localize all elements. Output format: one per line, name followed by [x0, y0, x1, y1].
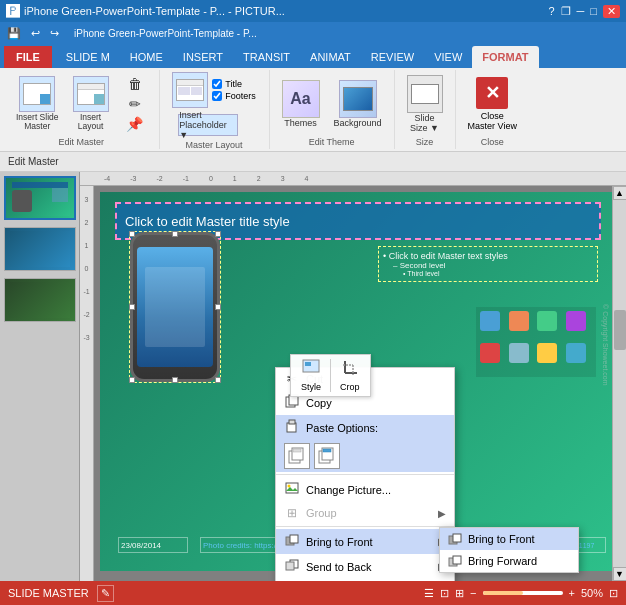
- delete-icon: 🗑: [128, 77, 142, 91]
- tab-insert[interactable]: INSERT: [173, 46, 233, 68]
- view-sorter-icon[interactable]: ⊞: [455, 587, 464, 600]
- change-picture-label: Change Picture...: [306, 484, 391, 496]
- rename-button[interactable]: ✏: [117, 95, 153, 113]
- zoom-out-icon[interactable]: −: [470, 587, 476, 599]
- footers-checkbox[interactable]: [212, 91, 222, 101]
- slide-size-button[interactable]: SlideSize ▼: [401, 73, 449, 135]
- ribbon-group-size: SlideSize ▼ Size: [395, 70, 456, 149]
- svg-rect-25: [286, 562, 294, 570]
- background-button[interactable]: Background: [328, 78, 388, 130]
- style-toolbar-button[interactable]: Style: [295, 357, 327, 394]
- send-to-back-icon: [284, 558, 300, 575]
- handle-bm[interactable]: [172, 377, 178, 383]
- tab-home[interactable]: HOME: [120, 46, 173, 68]
- close-master-view-button[interactable]: ✕ CloseMaster View: [462, 75, 523, 133]
- paste-icon: [284, 419, 300, 436]
- tab-animat[interactable]: ANIMAT: [300, 46, 361, 68]
- svg-rect-19: [290, 535, 298, 543]
- handle-mr[interactable]: [215, 304, 221, 310]
- paste-options-label-row: Paste Options:: [276, 415, 454, 440]
- undo-button[interactable]: ↩: [28, 26, 43, 41]
- ribbon-group-edit-theme: Aa Themes Background Edit Theme: [270, 70, 395, 149]
- slide-title-text: Click to edit Master title style: [125, 214, 290, 229]
- date-footer-box[interactable]: 23/08/2014: [118, 537, 188, 553]
- tab-transit[interactable]: TRANSIT: [233, 46, 300, 68]
- scroll-up-button[interactable]: ▲: [613, 186, 627, 200]
- zoom-value: 50%: [581, 587, 603, 599]
- insert-layout-button[interactable]: InsertLayout: [67, 74, 115, 134]
- close-button[interactable]: ✕: [603, 5, 620, 18]
- insert-layout-label: InsertLayout: [78, 113, 104, 132]
- close-master-view-label: CloseMaster View: [468, 111, 517, 131]
- context-menu: ✂ Cut Copy: [275, 367, 455, 581]
- title-bar-controls[interactable]: ? ❐ ─ □ ✕: [548, 5, 620, 18]
- phone-image[interactable]: [130, 232, 220, 382]
- second-level: – Second level: [383, 261, 593, 270]
- change-picture-icon: [284, 481, 300, 498]
- edit-normal-icon[interactable]: ✎: [97, 585, 114, 602]
- title-checkbox[interactable]: [212, 79, 222, 89]
- handle-tr[interactable]: [215, 231, 221, 237]
- redo-button[interactable]: ↪: [47, 26, 62, 41]
- slide-thumbnail-1[interactable]: [4, 176, 76, 220]
- master-text-box[interactable]: • Click to edit Master text styles – Sec…: [378, 246, 598, 282]
- handle-ml[interactable]: [129, 304, 135, 310]
- maximize-button[interactable]: □: [590, 5, 597, 18]
- handle-bl[interactable]: [129, 377, 135, 383]
- bring-to-front-submenu: Bring to Front Bring Forward: [439, 527, 579, 573]
- crop-icon: [341, 359, 359, 382]
- background-icon: [339, 80, 377, 118]
- group-menu-item[interactable]: ⊞ Group ▶: [276, 502, 454, 524]
- view-slide-icon[interactable]: ⊡: [440, 587, 449, 600]
- insert-placeholder-button[interactable]: InsertPlaceholder ▼: [172, 112, 244, 138]
- themes-icon: Aa: [282, 80, 320, 118]
- scroll-thumb[interactable]: [614, 310, 626, 350]
- slide-2-container: 2: [2, 227, 77, 271]
- bring-to-front-menu-item[interactable]: Bring to Front ▶ Bring to Front: [276, 529, 454, 554]
- ruler-top: -4-3-2-101234: [80, 172, 626, 186]
- submenu-bring-forward[interactable]: Bring Forward: [440, 550, 578, 572]
- zoom-slider[interactable]: [483, 591, 563, 595]
- insert-slide-master-button[interactable]: Insert SlideMaster: [10, 74, 65, 134]
- themes-button[interactable]: Aa Themes: [276, 78, 326, 130]
- change-picture-menu-item[interactable]: Change Picture...: [276, 477, 454, 502]
- preserve-button[interactable]: 📌: [117, 115, 153, 133]
- submenu-bring-to-front[interactable]: Bring to Front: [440, 528, 578, 550]
- send-to-back-menu-item[interactable]: Send to Back ▶: [276, 554, 454, 579]
- save-quick-button[interactable]: 💾: [4, 26, 24, 41]
- zoom-in-icon[interactable]: +: [569, 587, 575, 599]
- view-normal-icon[interactable]: ☰: [424, 587, 434, 600]
- help-button[interactable]: ?: [548, 5, 554, 18]
- ribbon-group-close: ✕ CloseMaster View Close: [456, 70, 529, 149]
- crop-toolbar-button[interactable]: Crop: [334, 357, 366, 394]
- paste-use-theme-button[interactable]: [314, 443, 340, 469]
- paste-options-row: [276, 440, 454, 472]
- copy-label: Copy: [306, 397, 332, 409]
- scroll-down-button[interactable]: ▼: [613, 567, 627, 581]
- master-layout-group-label: Master Layout: [186, 140, 243, 150]
- submenu-bring-forward-label: Bring Forward: [468, 555, 537, 567]
- delete-button[interactable]: 🗑: [117, 75, 153, 93]
- tab-format[interactable]: FORMAT: [472, 46, 538, 68]
- tab-slide-m[interactable]: SLIDE M: [56, 46, 120, 68]
- themes-label: Themes: [284, 118, 317, 128]
- slide-thumbnail-2[interactable]: [4, 227, 76, 271]
- slide-thumbnail-3[interactable]: [4, 278, 76, 322]
- minimize-button[interactable]: ─: [577, 5, 585, 18]
- handle-tl[interactable]: [129, 231, 135, 237]
- scroll-track[interactable]: [613, 200, 627, 567]
- main-area: 1 2 3 -4-3: [0, 172, 626, 581]
- fit-page-icon[interactable]: ⊡: [609, 587, 618, 600]
- tab-file[interactable]: FILE: [4, 46, 52, 68]
- handle-tm[interactable]: [172, 231, 178, 237]
- restore-button[interactable]: ❐: [561, 5, 571, 18]
- paste-keep-source-button[interactable]: [284, 443, 310, 469]
- tab-review[interactable]: REVIEW: [361, 46, 424, 68]
- separator-2: [276, 526, 454, 527]
- tab-view[interactable]: VIEW: [424, 46, 472, 68]
- handle-br[interactable]: [215, 377, 221, 383]
- master-layout-icon: [172, 72, 208, 108]
- svg-rect-9: [289, 420, 295, 424]
- slide-master-label: SLIDE MASTER: [8, 587, 89, 599]
- canvas-area: -4-3-2-101234 3210-1-2-3 Click to edit M…: [80, 172, 626, 581]
